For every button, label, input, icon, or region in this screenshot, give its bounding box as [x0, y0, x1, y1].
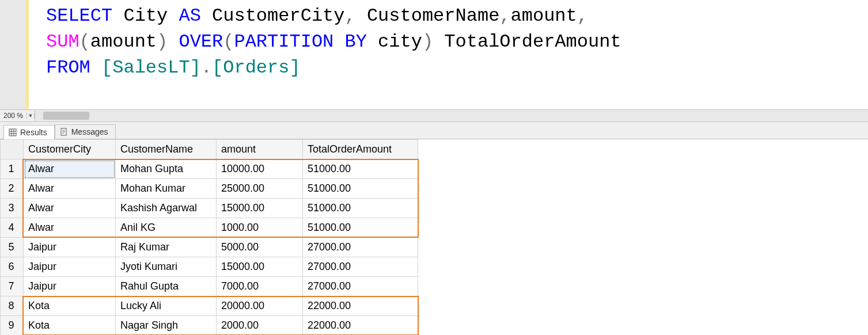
- table-cell[interactable]: 51000.00: [303, 218, 418, 238]
- table-row[interactable]: 3AlwarKashish Agarwal15000.0051000.00: [1, 199, 418, 218]
- rownum-cell[interactable]: 8: [1, 296, 24, 316]
- svg-rect-0: [9, 129, 16, 136]
- table-cell[interactable]: Jaipur: [24, 277, 116, 296]
- rownum-cell[interactable]: 7: [1, 277, 24, 296]
- table-row[interactable]: 7JaipurRahul Gupta7000.0027000.00: [1, 277, 418, 296]
- table-cell[interactable]: Mohan Gupta: [116, 159, 217, 179]
- table-cell[interactable]: Raj Kumar: [116, 238, 217, 257]
- table-cell[interactable]: Alwar: [24, 218, 116, 238]
- results-pane: CustomerCityCustomerNameamountTotalOrder…: [0, 139, 868, 335]
- rownum-cell[interactable]: 3: [1, 199, 24, 218]
- table-cell[interactable]: 7000.00: [217, 277, 303, 296]
- rownum-cell[interactable]: 4: [1, 218, 24, 238]
- zoom-dropdown[interactable]: ▼: [26, 113, 35, 119]
- table-cell[interactable]: Alwar: [24, 159, 116, 179]
- zoom-value: 200 %: [0, 112, 26, 120]
- table-cell[interactable]: Mohan Kumar: [116, 179, 217, 199]
- table-cell[interactable]: 22000.00: [303, 316, 418, 336]
- grid-icon: [9, 128, 17, 136]
- table-cell[interactable]: Alwar: [24, 199, 116, 218]
- table-cell[interactable]: 2000.00: [217, 316, 303, 336]
- table-cell[interactable]: 51000.00: [303, 179, 418, 199]
- table-cell[interactable]: 27000.00: [303, 238, 418, 257]
- column-header[interactable]: amount: [217, 140, 303, 159]
- code-text[interactable]: SELECT City AS CustomerCity, CustomerNam…: [29, 0, 639, 109]
- tab-results[interactable]: Results: [3, 125, 55, 139]
- column-header[interactable]: TotalOrderAmount: [303, 140, 418, 159]
- rownum-cell[interactable]: 1: [1, 159, 24, 179]
- table-cell[interactable]: 15000.00: [217, 257, 303, 277]
- table-row[interactable]: 6JaipurJyoti Kumari15000.0027000.00: [1, 257, 418, 277]
- table-row[interactable]: 4AlwarAnil KG1000.0051000.00: [1, 218, 418, 238]
- tab-messages-label: Messages: [71, 127, 108, 136]
- table-cell[interactable]: Lucky Ali: [116, 296, 217, 316]
- rownum-header: [1, 140, 24, 159]
- table-cell[interactable]: 25000.00: [217, 179, 303, 199]
- rownum-cell[interactable]: 5: [1, 238, 24, 257]
- rownum-cell[interactable]: 6: [1, 257, 24, 277]
- table-row[interactable]: 1AlwarMohan Gupta10000.0051000.00: [1, 159, 418, 179]
- table-cell[interactable]: 20000.00: [217, 296, 303, 316]
- horizontal-scrollbar[interactable]: [35, 111, 868, 121]
- table-cell[interactable]: Rahul Gupta: [116, 277, 217, 296]
- column-header[interactable]: CustomerName: [116, 140, 217, 159]
- table-cell[interactable]: 51000.00: [303, 159, 418, 179]
- table-cell[interactable]: 5000.00: [217, 238, 303, 257]
- table-cell[interactable]: Jaipur: [24, 257, 116, 277]
- table-cell[interactable]: 22000.00: [303, 296, 418, 316]
- sql-editor[interactable]: SELECT City AS CustomerCity, CustomerNam…: [0, 0, 868, 109]
- tab-results-label: Results: [20, 128, 47, 137]
- zoom-bar: 200 % ▼: [0, 109, 868, 122]
- table-cell[interactable]: 10000.00: [217, 159, 303, 179]
- table-row[interactable]: 5JaipurRaj Kumar5000.0027000.00: [1, 238, 418, 257]
- table-header-row: CustomerCityCustomerNameamountTotalOrder…: [1, 140, 418, 159]
- svg-rect-5: [61, 128, 66, 135]
- table-cell[interactable]: Anil KG: [116, 218, 217, 238]
- column-header[interactable]: CustomerCity: [24, 140, 116, 159]
- editor-gutter: [0, 0, 29, 109]
- table-row[interactable]: 8KotaLucky Ali20000.0022000.00: [1, 296, 418, 316]
- table-cell[interactable]: Kota: [24, 316, 116, 336]
- table-cell[interactable]: 15000.00: [217, 199, 303, 218]
- rownum-cell[interactable]: 2: [1, 179, 24, 199]
- table-cell[interactable]: 51000.00: [303, 199, 418, 218]
- table-row[interactable]: 9KotaNagar Singh2000.0022000.00: [1, 316, 418, 336]
- rownum-cell[interactable]: 9: [1, 316, 24, 336]
- table-cell[interactable]: 1000.00: [217, 218, 303, 238]
- document-icon: [60, 128, 68, 136]
- table-cell[interactable]: 27000.00: [303, 277, 418, 296]
- results-tabs: Results Messages: [0, 122, 868, 139]
- table-cell[interactable]: 27000.00: [303, 257, 418, 277]
- tab-messages[interactable]: Messages: [55, 124, 116, 139]
- table-cell[interactable]: Jyoti Kumari: [116, 257, 217, 277]
- table-cell[interactable]: Jaipur: [24, 238, 116, 257]
- table-cell[interactable]: Kota: [24, 296, 116, 316]
- table-cell[interactable]: Kashish Agarwal: [116, 199, 217, 218]
- table-cell[interactable]: Alwar: [24, 179, 116, 199]
- scrollbar-thumb[interactable]: [43, 112, 89, 120]
- table-row[interactable]: 2AlwarMohan Kumar25000.0051000.00: [1, 179, 418, 199]
- results-grid[interactable]: CustomerCityCustomerNameamountTotalOrder…: [0, 139, 418, 335]
- table-cell[interactable]: Nagar Singh: [116, 316, 217, 336]
